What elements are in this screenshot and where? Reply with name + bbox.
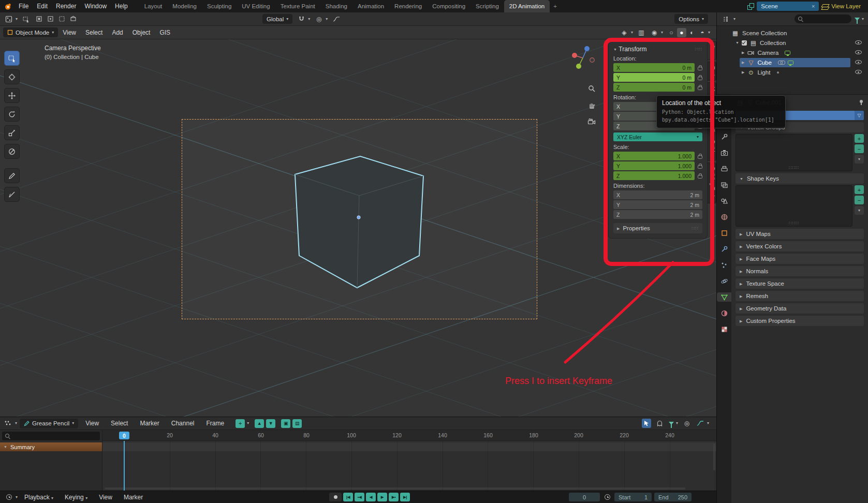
add-keyframe-caret-icon[interactable]: ▾ bbox=[247, 421, 249, 425]
workspace-tab-scripting[interactable]: Scripting bbox=[470, 0, 504, 12]
cursor-tool-button[interactable] bbox=[4, 69, 20, 84]
select-mode-1-icon[interactable] bbox=[34, 14, 43, 24]
timeline-editor-caret-icon[interactable]: ▾ bbox=[16, 495, 18, 499]
shape-keys-list[interactable]: ∷∷∷ bbox=[735, 185, 852, 227]
show-selected-only-toggle[interactable] bbox=[642, 419, 651, 428]
playbar-menu-marker[interactable]: Marker bbox=[119, 494, 148, 501]
vertex-groups-list[interactable]: ∷∷∷ bbox=[735, 134, 852, 171]
measure-tool-button[interactable] bbox=[4, 187, 20, 202]
summary-disclosure-icon[interactable]: ▼ bbox=[4, 445, 7, 449]
move-tool-button[interactable] bbox=[4, 88, 20, 103]
light-disclosure-icon[interactable]: ▶ bbox=[742, 70, 744, 74]
collection-visibility-icon[interactable] bbox=[855, 40, 862, 45]
workspace-tab-2d-animation[interactable]: 2D Animation bbox=[504, 0, 550, 12]
ds-menu-frame[interactable]: Frame bbox=[201, 420, 229, 427]
cube-disclosure-icon[interactable]: ▶ bbox=[742, 61, 744, 64]
select-mode-2-icon[interactable] bbox=[46, 14, 55, 24]
workspace-tab-compositing[interactable]: Compositing bbox=[427, 0, 470, 12]
play-button[interactable]: ▶ bbox=[377, 493, 387, 501]
lock-location-z-icon[interactable] bbox=[698, 86, 702, 90]
workspace-tab-animation[interactable]: Animation bbox=[352, 0, 389, 12]
outliner-row-collection[interactable]: ▼ ▤ Collection bbox=[717, 38, 868, 48]
tab-render-icon[interactable] bbox=[717, 148, 731, 157]
shading-solid-icon[interactable]: ● bbox=[677, 28, 686, 37]
tab-texture-icon[interactable] bbox=[717, 324, 731, 334]
mode-dropdown[interactable]: Object Mode▾ bbox=[3, 27, 58, 37]
custom-properties-panel-header[interactable]: ▶Custom Properties bbox=[735, 316, 864, 326]
location-z-field[interactable]: Z0 m bbox=[613, 83, 695, 92]
menu-edit[interactable]: Edit bbox=[33, 0, 52, 12]
properties-subpanel-header[interactable]: ▶ Properties ∷∷ bbox=[613, 223, 702, 233]
dimensions-x-field[interactable]: X2 m bbox=[613, 190, 702, 199]
outliner-display-caret-icon[interactable]: ▾ bbox=[733, 17, 735, 21]
select-box-tool-button[interactable] bbox=[4, 51, 20, 66]
location-x-field[interactable]: X0 m bbox=[613, 63, 695, 72]
pan-hand-icon[interactable] bbox=[587, 100, 596, 110]
filter-funnel-icon[interactable] bbox=[669, 422, 674, 425]
tab-physics-icon[interactable] bbox=[717, 276, 731, 286]
shape-key-specials-button[interactable]: ▾ bbox=[855, 206, 864, 215]
use-preview-range-icon[interactable] bbox=[602, 493, 612, 502]
tab-tool-icon[interactable] bbox=[717, 132, 731, 141]
menu-help[interactable]: Help bbox=[111, 0, 132, 12]
overlays-caret-icon[interactable]: ▾ bbox=[661, 31, 663, 35]
outliner-filter-caret-icon[interactable]: ▾ bbox=[862, 17, 864, 21]
snap-caret-icon[interactable]: ▾ bbox=[308, 17, 310, 21]
sidebar-tab-item[interactable]: Item bbox=[708, 41, 716, 60]
show-hidden-toggle[interactable] bbox=[655, 419, 665, 428]
next-keyframe-button[interactable]: ▶• bbox=[389, 493, 399, 501]
scene-selector[interactable]: Scene × bbox=[757, 2, 819, 11]
tab-scene-icon[interactable] bbox=[717, 196, 731, 205]
editor-type-icon[interactable] bbox=[4, 14, 13, 24]
face-maps-panel-header[interactable]: ▶Face Maps bbox=[735, 254, 864, 264]
vertical-scrollbar[interactable] bbox=[713, 443, 715, 470]
tab-particles-icon[interactable] bbox=[717, 260, 731, 270]
lock-scale-y-icon[interactable] bbox=[698, 165, 702, 169]
menu-window[interactable]: Window bbox=[80, 0, 111, 12]
viewport-menu-object[interactable]: Object bbox=[128, 29, 155, 36]
workspace-tab-layout[interactable]: Layout bbox=[139, 0, 168, 12]
channel-up-button[interactable]: ▲ bbox=[255, 419, 264, 428]
outliner-row-camera[interactable]: ▶ Camera bbox=[717, 48, 868, 57]
light-visibility-icon[interactable] bbox=[855, 70, 862, 74]
channel-search-input[interactable] bbox=[2, 432, 100, 440]
pin-id-icon[interactable] bbox=[859, 100, 864, 106]
outliner-search-input[interactable] bbox=[795, 14, 851, 23]
gizmos-caret-icon[interactable]: ▾ bbox=[631, 31, 633, 35]
outliner-editor-icon[interactable] bbox=[721, 14, 730, 24]
viewport-menu-gis[interactable]: GIS bbox=[155, 29, 175, 36]
select-mode-3-icon[interactable] bbox=[57, 14, 66, 24]
workspace-tab-uv-editing[interactable]: UV Editing bbox=[237, 0, 275, 12]
add-workspace-button[interactable]: + bbox=[550, 0, 561, 12]
active-tool-icon[interactable] bbox=[21, 14, 31, 24]
shading-material-icon[interactable]: ◐ bbox=[687, 28, 697, 37]
playhead-line[interactable] bbox=[124, 441, 125, 491]
timeline-editor-icon[interactable] bbox=[4, 493, 13, 502]
workspace-tab-sculpting[interactable]: Sculpting bbox=[202, 0, 237, 12]
transform-orientation-dropdown[interactable]: Global▾ bbox=[262, 14, 292, 24]
outliner-row-light[interactable]: ▶ ⊙ Light ● bbox=[717, 67, 868, 77]
add-keyframe-button[interactable]: + bbox=[236, 419, 245, 428]
horizontal-scrollbar[interactable] bbox=[105, 487, 685, 490]
record-button[interactable] bbox=[329, 493, 342, 501]
outliner-row-cube[interactable]: ▶ ▽ Cube bbox=[717, 57, 868, 67]
vertex-group-specials-button[interactable]: ▾ bbox=[855, 155, 864, 164]
menu-render[interactable]: Render bbox=[52, 0, 80, 12]
interpolation-caret-icon[interactable]: ▾ bbox=[707, 421, 709, 425]
keyframe-region[interactable]: 20 40 60 80 100 120 140 160 180 200 220 … bbox=[102, 430, 716, 491]
cube-display-icon[interactable] bbox=[788, 61, 793, 65]
collection-checkbox[interactable] bbox=[742, 40, 747, 46]
collection-disclosure-icon[interactable]: ▼ bbox=[735, 41, 739, 45]
tab-object-data-icon[interactable] bbox=[717, 292, 731, 302]
proportional-edit-toggle[interactable]: ◎ bbox=[682, 419, 692, 428]
navigation-gizmo[interactable] bbox=[567, 42, 598, 73]
sidebar-tab-building-tools[interactable]: Building Tools bbox=[708, 162, 716, 204]
viewport-menu-view[interactable]: View bbox=[58, 29, 81, 36]
panel-grip-icon[interactable]: ∷∷ bbox=[696, 47, 702, 52]
shape-keys-panel-header[interactable]: ▼ Shape Keys bbox=[735, 173, 864, 184]
scale-tool-button[interactable] bbox=[4, 125, 20, 140]
editor-type-caret-icon[interactable]: ▾ bbox=[16, 17, 18, 21]
playbar-menu-view[interactable]: View bbox=[94, 494, 117, 501]
workspace-tab-shading[interactable]: Shading bbox=[320, 0, 352, 12]
channel-down-button[interactable]: ▼ bbox=[266, 419, 275, 428]
